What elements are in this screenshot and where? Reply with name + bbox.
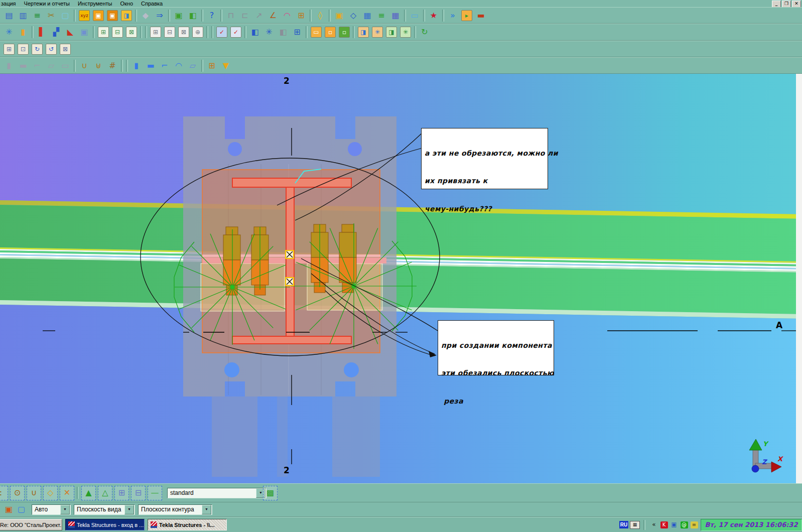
- concrete-polybeam-icon[interactable]: ⌐: [158, 59, 171, 72]
- slab-icon[interactable]: ▭: [59, 59, 72, 72]
- add-symbol-icon[interactable]: ◊: [314, 9, 327, 22]
- snap-midpoint-icon[interactable]: △: [98, 486, 112, 500]
- pan-icon[interactable]: ⊞: [3, 43, 16, 56]
- clean-drawing-icon[interactable]: ▬: [474, 9, 487, 22]
- measure-free-icon[interactable]: ↗: [252, 9, 265, 22]
- folder-doc-2-icon[interactable]: ▫: [324, 26, 337, 39]
- inquire-icon[interactable]: ?: [205, 9, 218, 22]
- depth-mode-combo[interactable]: Авто ▼: [32, 504, 71, 515]
- polybeam-icon[interactable]: ⌐: [31, 59, 44, 72]
- rotate-ccw-icon[interactable]: ↺: [45, 43, 58, 56]
- menu-item-3[interactable]: Окно: [116, 0, 138, 7]
- update-window-icon[interactable]: ↻: [418, 26, 431, 39]
- save-model-icon[interactable]: ▣: [106, 9, 119, 22]
- measure-horizontal-icon[interactable]: ⊓: [224, 9, 237, 22]
- beam-icon[interactable]: ▬: [17, 59, 30, 72]
- view-doc-snow-icon[interactable]: ✳: [262, 26, 276, 39]
- network-icon[interactable]: ▣: [670, 520, 679, 529]
- mail-agent-icon[interactable]: @: [680, 520, 689, 529]
- dropdown-arrow-icon[interactable]: ▼: [124, 505, 134, 514]
- fit-work-area-green-1-icon[interactable]: ⊞: [97, 26, 110, 39]
- fit-gray-4-icon[interactable]: ⊕: [191, 26, 204, 39]
- snap-cross-icon[interactable]: ✕: [60, 486, 74, 500]
- fit-gray-2-icon[interactable]: ⊟: [163, 26, 176, 39]
- zoom-original-icon[interactable]: ⊡: [17, 43, 30, 56]
- part-view-green-1-icon[interactable]: ◨: [385, 26, 398, 39]
- snap-intersection-icon[interactable]: ⊞: [114, 486, 129, 500]
- check-view-2-icon[interactable]: ✓: [229, 26, 242, 39]
- taskbar-button-tekla-active[interactable]: Tekla Structures - вход в ...: [65, 519, 145, 530]
- divide-part-icon[interactable]: ▞: [50, 26, 63, 39]
- create-point-icon[interactable]: ◆: [139, 9, 152, 22]
- part-view-green-2-icon[interactable]: ✳: [399, 26, 412, 39]
- open-model-icon[interactable]: ▣: [92, 9, 105, 22]
- plate-icon[interactable]: ▱: [45, 59, 58, 72]
- snap-preset-combo[interactable]: standard ▼: [167, 488, 266, 498]
- measure-vertical-icon[interactable]: ⊏: [238, 9, 251, 22]
- fit-work-area-green-2-icon[interactable]: ⊟: [111, 26, 124, 39]
- check-view-1-icon[interactable]: ✓: [215, 26, 228, 39]
- part-view-blue-1-icon[interactable]: ◨: [357, 26, 370, 39]
- dropdown-arrow-icon[interactable]: ▼: [60, 505, 70, 514]
- set-square-icon[interactable]: ◣: [64, 26, 77, 39]
- properties-icon[interactable]: ▥: [17, 9, 30, 22]
- contour-plane-combo[interactable]: Плоскости контура ▼: [138, 504, 212, 515]
- anchor-bolt-icon[interactable]: ⊎: [92, 59, 105, 72]
- folder-doc-1-icon[interactable]: ▭: [310, 26, 323, 39]
- handle-point-2[interactable]: [286, 278, 294, 286]
- view-window-icon[interactable]: ▤: [3, 9, 16, 22]
- xyz-point-icon[interactable]: xyz: [78, 9, 91, 22]
- handle-point-1[interactable]: [286, 250, 294, 258]
- kaspersky-icon[interactable]: K: [659, 520, 669, 529]
- collapse-tray-icon[interactable]: «: [649, 520, 658, 529]
- curved-beam-icon[interactable]: ◠: [172, 59, 185, 72]
- model-viewport[interactable]: 2 2 A Y Z X а эти не обрезаются, можно л…: [0, 74, 802, 483]
- menu-item-0[interactable]: зация: [0, 0, 20, 7]
- split-part-icon[interactable]: ▌: [36, 26, 49, 39]
- pick-plane-icon[interactable]: ▣: [3, 504, 15, 515]
- printer-icon[interactable]: ≡: [690, 520, 699, 529]
- interrupt-icon[interactable]: ▩: [263, 486, 278, 500]
- snap-ref-points-icon[interactable]: :: [0, 486, 8, 500]
- render-part-icon[interactable]: ▮: [17, 26, 30, 39]
- keyboard-icon[interactable]: ▦: [630, 521, 640, 529]
- move-point-icon[interactable]: ⇒: [153, 9, 166, 22]
- column-icon[interactable]: ▮: [3, 59, 16, 72]
- tekla-flag-icon[interactable]: ★: [427, 9, 440, 22]
- assembly-hierarchy-icon[interactable]: ◇: [347, 9, 360, 22]
- snap-bolt-icon[interactable]: ⊙: [10, 486, 25, 500]
- new-view-icon[interactable]: ◨: [120, 9, 133, 22]
- phase-manager-icon[interactable]: ▦: [389, 9, 402, 22]
- bolt-icon[interactable]: ∪: [78, 59, 91, 72]
- fit-gray-3-icon[interactable]: ⊠: [177, 26, 190, 39]
- view-plane-combo[interactable]: Плоскость вида ▼: [74, 504, 135, 515]
- copy-icon[interactable]: ▣: [172, 9, 185, 22]
- measure-angle-icon[interactable]: ∠: [266, 9, 280, 22]
- weld-icon[interactable]: ▼: [219, 59, 232, 72]
- rotate-cw-icon[interactable]: ↻: [31, 43, 44, 56]
- part-view-blue-2-icon[interactable]: ✳: [371, 26, 384, 39]
- dropdown-arrow-icon[interactable]: ▼: [202, 505, 211, 514]
- copy-properties-icon[interactable]: ▣: [78, 26, 91, 39]
- concrete-slab-icon[interactable]: ▱: [186, 59, 199, 72]
- import-icon[interactable]: ▸: [460, 9, 473, 22]
- fit-work-area-green-3-icon[interactable]: ⊠: [125, 26, 138, 39]
- mirror-icon[interactable]: ◧: [186, 9, 199, 22]
- snapshot-icon[interactable]: ▭: [408, 9, 421, 22]
- snap-profile-icon[interactable]: ∪: [27, 486, 41, 500]
- menu-item-4[interactable]: Справка: [137, 0, 167, 7]
- snap-perpendicular-icon[interactable]: ⊟: [131, 486, 146, 500]
- menu-item-1[interactable]: Чертежи и отчеты: [20, 0, 74, 7]
- snap-endpoint-icon[interactable]: ▲: [81, 486, 96, 500]
- bolt-group-icon[interactable]: ⊞: [205, 59, 218, 72]
- view-doc-grid-icon[interactable]: ⊞: [291, 26, 304, 39]
- measure-bolt-icon[interactable]: ⊞: [295, 9, 308, 22]
- menu-item-2[interactable]: Инструменты: [74, 0, 116, 7]
- concrete-column-icon[interactable]: ▮: [130, 59, 143, 72]
- folder-doc-3-icon[interactable]: ▫: [338, 26, 351, 39]
- taskbar-button-tekla-second[interactable]: Tekla Structures - \\...: [148, 519, 227, 530]
- taskbar-button-mail[interactable]: Re: ООО "СтальПроект...: [0, 519, 62, 530]
- report-icon[interactable]: ≡: [31, 9, 44, 22]
- center-view-icon[interactable]: ⊠: [59, 43, 72, 56]
- cut-icon[interactable]: ✂: [45, 9, 58, 22]
